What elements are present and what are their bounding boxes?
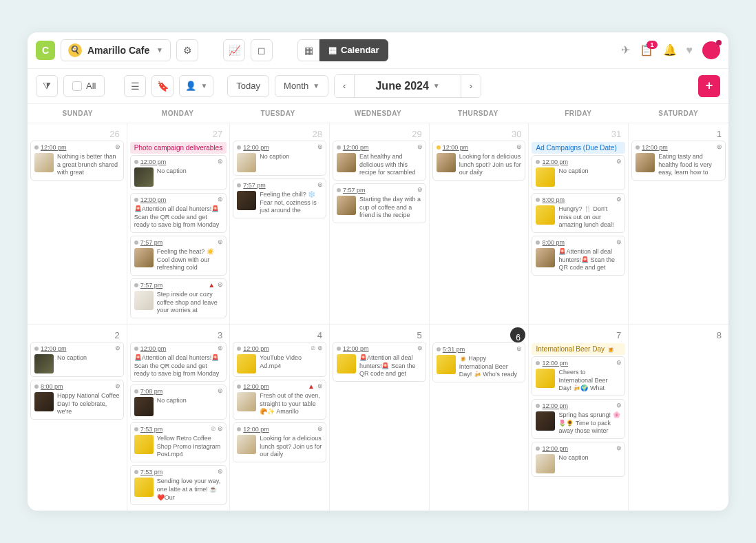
post-card[interactable]: 12:00 pm⊚No caption [532, 155, 625, 190]
calendar-cell[interactable]: 65:31 pm⊚🍺 Happy International Beer Day!… [430, 324, 529, 511]
platform-icon: ⊚ [218, 238, 223, 245]
calendar-cell[interactable]: 212:00 pm⊚No caption8:00 pm⊚Happy Nation… [28, 324, 127, 511]
account-selector[interactable]: 🍳 Amarillo Cafe ▼ [61, 39, 171, 61]
post-card[interactable]: 12:00 pm⊚⎚YouTube Video Ad.mp4 [233, 342, 326, 377]
card-time-row: 12:00 pm [134, 196, 222, 203]
calendar-cell[interactable]: 8 [629, 324, 728, 511]
post-card[interactable]: 8:00 pm⊚Hungry? 🍴 Don't miss out on our … [532, 193, 625, 233]
post-thumbnail [134, 167, 154, 187]
send-button[interactable]: ✈ [621, 43, 630, 57]
card-time-row: 12:00 pm [34, 345, 120, 352]
calendar-cell[interactable]: 31Ad Campaigns (Due Date)12:00 pm⊚No cap… [529, 123, 629, 324]
notification-badge: 1 [647, 41, 657, 49]
range-selector[interactable]: Month ▼ [275, 75, 328, 97]
calendar-cell[interactable]: 512:00 pm⊚🚨Attention all deal hunters!🚨 … [330, 324, 430, 511]
post-card[interactable]: 8:00 pm⊚🚨Attention all deal hunters!🚨 Sc… [532, 236, 625, 276]
person-filter-button[interactable]: 👤 ▼ [179, 75, 213, 97]
app-logo: C [36, 41, 55, 60]
post-card[interactable]: 12:00 pm⊚No caption [532, 442, 625, 477]
status-dot [237, 145, 241, 150]
calendar-view-button[interactable]: ▦ Calendar [319, 39, 388, 61]
instagram-button[interactable]: ◻ [251, 39, 273, 61]
prev-month-button[interactable]: ‹ [335, 75, 354, 97]
status-dot [134, 347, 138, 351]
post-card[interactable]: 12:00 pm⊚Spring has sprung! 🌸🌷🌻 Time to … [532, 399, 625, 439]
post-card[interactable]: 7:53 pm⊚Sending love your way, one latte… [130, 465, 227, 505]
event-banner[interactable]: International Beer Day 🍺 [532, 343, 625, 355]
post-caption: 🚨Attention all deal hunters!🚨 Scan the Q… [558, 248, 621, 272]
post-card[interactable]: 12:00 pm⊚No caption [130, 155, 227, 190]
warning-icon: ▲ [208, 281, 215, 289]
post-card[interactable]: 7:57 pm⊚Starting the day with a cup of c… [333, 183, 426, 223]
filter-button[interactable]: ⧩ [36, 75, 58, 97]
calendar-cell[interactable]: 2612:00 pm⊚Nothing is better than a grea… [28, 123, 127, 324]
post-card[interactable]: 12:00 pm⊚Looking for a delicious lunch s… [432, 141, 526, 181]
calendar-cell[interactable]: 312:00 pm⊚🚨Attention all deal hunters!🚨 … [127, 324, 230, 511]
chevron-down-icon: ▼ [200, 82, 207, 90]
calendar-cell[interactable]: 412:00 pm⊚⎚YouTube Video Ad.mp412:00 pm⊚… [230, 324, 330, 511]
post-caption: Starting the day with a cup of coffee an… [359, 196, 422, 220]
calendar-cell[interactable]: 3012:00 pm⊚Looking for a delicious lunch… [430, 123, 529, 324]
post-card[interactable]: 12:00 pm⊚🚨Attention all deal hunters!🚨 S… [130, 193, 227, 233]
bell-button[interactable]: 🔔 [663, 43, 677, 57]
post-card[interactable]: 8:00 pm⊚Happy National Coffee Day! To ce… [30, 380, 124, 420]
post-thumbnail [636, 153, 655, 172]
event-banner[interactable]: Photo campaign deliverables [130, 142, 227, 154]
video-icon: ⎚ [311, 345, 315, 351]
post-caption: No caption [157, 397, 187, 416]
user-avatar[interactable] [702, 41, 720, 59]
grid-view-button[interactable]: ▦ [297, 39, 319, 61]
day-number: 26 [30, 126, 124, 141]
post-card[interactable]: 12:00 pm⊚Cheers to International Beer Da… [532, 356, 625, 396]
day-number: 5 [333, 327, 426, 342]
post-card[interactable]: 12:00 pm⊚No caption [233, 141, 326, 176]
post-card[interactable]: 12:00 pm⊚🚨Attention all deal hunters!🚨 S… [130, 342, 227, 382]
post-card[interactable]: 12:00 pm⊚Nothing is better than a great … [30, 141, 124, 181]
calendar-cell[interactable]: 112:00 pm⊚Eating tasty and healthy food … [629, 123, 728, 324]
card-body: Looking for a delicious lunch spot? Join… [437, 153, 522, 177]
post-thumbnail [337, 354, 356, 373]
status-dot [34, 347, 39, 351]
analytics-button[interactable]: 📈 [223, 39, 245, 61]
post-card[interactable]: 12:00 pm⊚Looking for a delicious lunch s… [233, 422, 326, 462]
post-card[interactable]: 7:08 pm⊚No caption [130, 385, 227, 420]
post-card[interactable]: 12:00 pm⊚No caption [30, 342, 124, 377]
card-body: 🍺 Happy International Beer Day! 🍻 Who's … [437, 355, 522, 379]
event-banner[interactable]: Ad Campaigns (Due Date) [532, 142, 625, 154]
heart-button[interactable]: ♥ [686, 44, 693, 57]
post-caption: No caption [558, 167, 588, 187]
calendar-cell[interactable]: 2912:00 pm⊚Eat healthy and delicious wit… [330, 123, 430, 324]
all-label: All [86, 81, 96, 91]
post-time: 12:00 pm [140, 196, 167, 203]
card-body: 🚨Attention all deal hunters!🚨 Scan the Q… [134, 205, 222, 229]
post-card[interactable]: 12:00 pm⊚▲Fresh out of the oven, straigh… [233, 380, 326, 420]
post-card[interactable]: 5:31 pm⊚🍺 Happy International Beer Day! … [432, 342, 526, 382]
post-thumbnail [237, 191, 256, 210]
card-body: Eating tasty and healthy food is very ea… [636, 153, 722, 177]
today-button[interactable]: Today [227, 75, 269, 97]
select-all-button[interactable]: All [63, 75, 105, 97]
post-card[interactable]: 7:53 pm⊚⎚Yellow Retro Coffee Shop Promo … [130, 422, 227, 462]
settings-button[interactable]: ⚙ [176, 39, 198, 61]
post-time: 12:00 pm [243, 426, 269, 433]
calendar-cell[interactable]: 2812:00 pm⊚No caption7:57 pm⊚Feeling the… [230, 123, 330, 324]
calendar-cell[interactable]: 7International Beer Day 🍺12:00 pm⊚Cheers… [529, 324, 629, 511]
post-card[interactable]: 7:57 pm⊚Feeling the chill? ❄️ Fear not, … [233, 178, 326, 218]
sliders-button[interactable]: ☰ [124, 75, 146, 97]
post-card[interactable]: 12:00 pm⊚🚨Attention all deal hunters!🚨 S… [333, 342, 426, 382]
calendar-cell[interactable]: 27Photo campaign deliverables12:00 pm⊚No… [127, 123, 230, 324]
next-month-button[interactable]: › [461, 75, 481, 97]
bookmark-button[interactable]: 🔖 [151, 75, 174, 97]
post-card[interactable]: 12:00 pm⊚Eat healthy and delicious with … [333, 141, 426, 181]
calendar-header-row: SUNDAYMONDAYTUESDAYWEDNESDAYTHURSDAYFRID… [28, 104, 728, 123]
create-button[interactable]: + [698, 75, 720, 97]
post-card[interactable]: 7:57 pm⊚▲Step inside our cozy coffee sho… [130, 278, 227, 318]
platform-icon: ⊚ [317, 181, 323, 188]
day-number: 31 [532, 126, 625, 141]
month-selector[interactable]: June 2024 ▼ [354, 75, 461, 97]
post-card[interactable]: 7:57 pm⊚Feeling the heat? ☀️ Cool down w… [130, 236, 227, 276]
post-card[interactable]: 12:00 pm⊚Eating tasty and healthy food i… [631, 141, 726, 181]
clipboard-button[interactable]: 📋 1 [640, 43, 653, 57]
post-time: 12:00 pm [542, 360, 568, 367]
post-thumbnail [337, 153, 356, 172]
